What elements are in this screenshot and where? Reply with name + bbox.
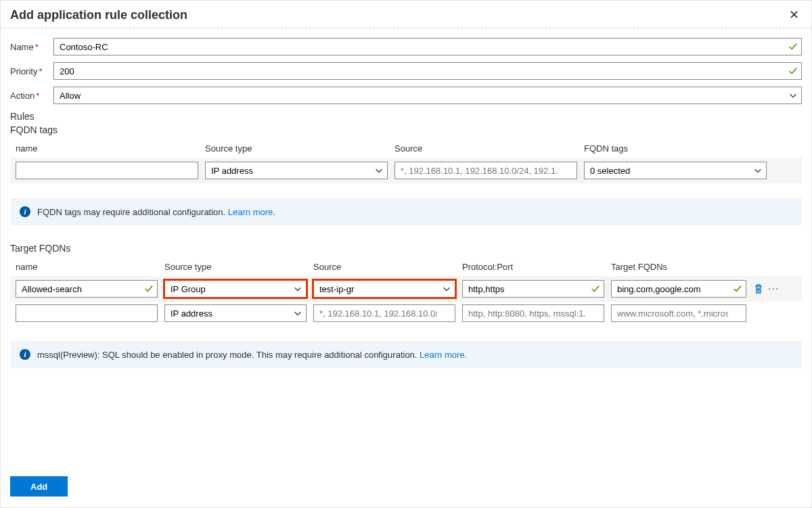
more-icon[interactable]: ··· [768, 283, 779, 294]
fqdn-tags-row [10, 158, 802, 183]
target-source-select[interactable] [313, 280, 455, 298]
priority-row: Priority* [10, 62, 802, 80]
col-protocol: Protocol:Port [462, 262, 604, 272]
col-name: name [16, 262, 158, 272]
target-protocol-input[interactable] [462, 280, 604, 298]
target-fqdns-input[interactable] [611, 280, 746, 298]
fqdn-name-input[interactable] [16, 162, 198, 179]
action-select[interactable] [53, 87, 802, 104]
fqdn-info-banner: i FQDN tags may require additional confi… [10, 198, 802, 225]
target-protocol-input[interactable] [462, 304, 604, 322]
learn-more-link[interactable]: Learn more. [420, 350, 467, 360]
target-sourcetype-select[interactable] [164, 304, 307, 322]
col-source: Source [394, 143, 577, 154]
info-text: mssql(Preview): SQL should be enabled in… [37, 350, 467, 360]
target-row [10, 302, 802, 326]
col-name: name [16, 143, 198, 154]
target-fqdns-header: name Source type Source Protocol:Port Ta… [10, 258, 802, 276]
priority-label: Priority* [10, 66, 53, 76]
priority-input[interactable] [53, 62, 802, 80]
action-row: Action* [10, 87, 802, 104]
target-source-input[interactable] [313, 304, 455, 322]
info-icon: i [20, 349, 30, 360]
info-icon: i [20, 206, 30, 217]
learn-more-link[interactable]: Learn more. [228, 207, 275, 217]
col-fqdn-tags: FQDN tags [584, 143, 767, 154]
action-label: Action* [10, 91, 53, 101]
name-row: Name* [10, 38, 802, 55]
target-row: ··· [10, 276, 802, 302]
panel-content: Name* Priority* Action* Rules FQDN tags [1, 28, 811, 468]
target-sourcetype-select[interactable] [164, 280, 307, 298]
info-text: FQDN tags may require additional configu… [37, 207, 275, 217]
fqdn-tags-heading: FQDN tags [10, 124, 802, 135]
name-label: Name* [10, 42, 53, 52]
name-input[interactable] [53, 38, 802, 55]
col-source-type: Source type [164, 262, 307, 272]
close-icon[interactable]: ✕ [786, 6, 802, 24]
col-source-type: Source type [205, 143, 388, 154]
fqdn-tags-select[interactable] [584, 162, 767, 179]
col-source: Source [313, 262, 455, 272]
add-rule-collection-panel: Add application rule collection ✕ Name* … [0, 0, 812, 508]
delete-icon[interactable] [753, 283, 764, 294]
fqdn-source-input[interactable] [394, 162, 577, 179]
panel-title: Add application rule collection [10, 8, 786, 22]
panel-header: Add application rule collection ✕ [1, 1, 811, 28]
target-fqdns-input[interactable] [611, 304, 746, 322]
mssql-info-banner: i mssql(Preview): SQL should be enabled … [10, 341, 802, 368]
col-target-fqdns: Target FQDNs [611, 262, 746, 272]
target-fqdns-heading: Target FQDNs [10, 243, 802, 254]
target-name-input[interactable] [16, 280, 158, 298]
rules-heading: Rules [10, 111, 802, 122]
fqdn-tags-header: name Source type Source FQDN tags [10, 139, 802, 158]
panel-footer: Add [1, 468, 811, 507]
target-fqdns-section: Target FQDNs name Source type Source Pro… [10, 243, 802, 368]
add-button[interactable]: Add [10, 476, 68, 497]
target-name-input[interactable] [16, 304, 158, 322]
fqdn-sourcetype-select[interactable] [205, 162, 388, 179]
